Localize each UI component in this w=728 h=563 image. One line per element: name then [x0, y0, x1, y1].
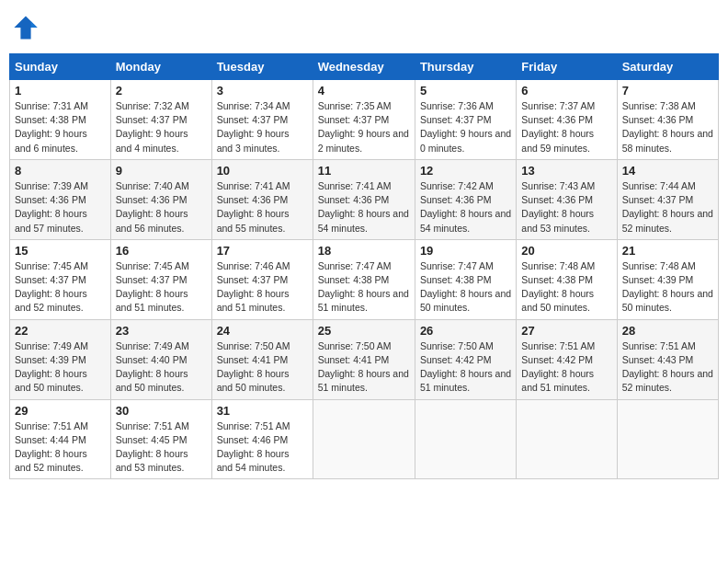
weekday-header-thursday: Thursday: [415, 54, 516, 80]
day-info: Sunrise: 7:51 AMSunset: 4:46 PMDaylight:…: [217, 419, 308, 476]
calendar-cell: 18Sunrise: 7:47 AMSunset: 4:38 PMDayligh…: [313, 239, 415, 319]
calendar-week-5: 29Sunrise: 7:51 AMSunset: 4:44 PMDayligh…: [10, 399, 719, 479]
day-info: Sunrise: 7:44 AMSunset: 4:37 PMDaylight:…: [622, 179, 713, 236]
day-info: Sunrise: 7:50 AMSunset: 4:42 PMDaylight:…: [420, 339, 511, 396]
day-info: Sunrise: 7:31 AMSunset: 4:38 PMDaylight:…: [15, 99, 106, 155]
day-info: Sunrise: 7:50 AMSunset: 4:41 PMDaylight:…: [318, 339, 410, 396]
day-info: Sunrise: 7:45 AMSunset: 4:37 PMDaylight:…: [116, 259, 207, 316]
day-number: 21: [622, 244, 713, 258]
day-info: Sunrise: 7:41 AMSunset: 4:36 PMDaylight:…: [318, 179, 410, 236]
day-info: Sunrise: 7:47 AMSunset: 4:38 PMDaylight:…: [420, 259, 511, 316]
day-info: Sunrise: 7:49 AMSunset: 4:40 PMDaylight:…: [116, 339, 207, 396]
calendar-cell: 25Sunrise: 7:50 AMSunset: 4:41 PMDayligh…: [313, 319, 415, 399]
weekday-header-wednesday: Wednesday: [313, 54, 415, 80]
day-info: Sunrise: 7:34 AMSunset: 4:37 PMDaylight:…: [217, 99, 308, 155]
day-number: 15: [15, 244, 106, 258]
calendar-cell: 14Sunrise: 7:44 AMSunset: 4:37 PMDayligh…: [617, 159, 718, 239]
day-info: Sunrise: 7:37 AMSunset: 4:36 PMDaylight:…: [521, 99, 611, 155]
day-number: 12: [420, 164, 511, 178]
page-header: [9, 9, 719, 46]
calendar-cell: 19Sunrise: 7:47 AMSunset: 4:38 PMDayligh…: [415, 239, 516, 319]
calendar-week-4: 22Sunrise: 7:49 AMSunset: 4:39 PMDayligh…: [10, 319, 719, 399]
day-number: 28: [622, 324, 713, 338]
day-info: Sunrise: 7:51 AMSunset: 4:43 PMDaylight:…: [622, 339, 713, 396]
calendar-cell: 12Sunrise: 7:42 AMSunset: 4:36 PMDayligh…: [415, 159, 516, 239]
day-number: 13: [521, 164, 611, 178]
calendar-cell: 1Sunrise: 7:31 AMSunset: 4:38 PMDaylight…: [10, 80, 111, 160]
calendar-cell: 11Sunrise: 7:41 AMSunset: 4:36 PMDayligh…: [313, 159, 415, 239]
day-info: Sunrise: 7:50 AMSunset: 4:41 PMDaylight:…: [217, 339, 308, 396]
day-info: Sunrise: 7:36 AMSunset: 4:37 PMDaylight:…: [420, 99, 511, 155]
day-number: 5: [420, 84, 511, 98]
day-info: Sunrise: 7:38 AMSunset: 4:36 PMDaylight:…: [622, 99, 713, 155]
day-number: 4: [318, 84, 410, 98]
calendar-cell: [313, 399, 415, 479]
calendar-table: SundayMondayTuesdayWednesdayThursdayFrid…: [9, 53, 719, 479]
day-number: 18: [318, 244, 410, 258]
calendar-cell: 8Sunrise: 7:39 AMSunset: 4:36 PMDaylight…: [10, 159, 111, 239]
day-info: Sunrise: 7:48 AMSunset: 4:39 PMDaylight:…: [622, 259, 713, 316]
calendar-cell: 16Sunrise: 7:45 AMSunset: 4:37 PMDayligh…: [110, 239, 211, 319]
day-info: Sunrise: 7:49 AMSunset: 4:39 PMDaylight:…: [15, 339, 106, 396]
day-number: 2: [116, 84, 207, 98]
calendar-cell: [617, 399, 718, 479]
weekday-header-tuesday: Tuesday: [211, 54, 313, 80]
calendar-week-2: 8Sunrise: 7:39 AMSunset: 4:36 PMDaylight…: [10, 159, 719, 239]
day-number: 19: [420, 244, 511, 258]
day-number: 7: [622, 84, 713, 98]
calendar-cell: 4Sunrise: 7:35 AMSunset: 4:37 PMDaylight…: [313, 80, 415, 160]
day-number: 23: [116, 324, 207, 338]
calendar-cell: 17Sunrise: 7:46 AMSunset: 4:37 PMDayligh…: [211, 239, 313, 319]
day-info: Sunrise: 7:51 AMSunset: 4:45 PMDaylight:…: [116, 419, 207, 476]
calendar-cell: 27Sunrise: 7:51 AMSunset: 4:42 PMDayligh…: [517, 319, 617, 399]
day-number: 3: [217, 84, 308, 98]
day-number: 29: [15, 404, 106, 418]
day-info: Sunrise: 7:40 AMSunset: 4:36 PMDaylight:…: [116, 179, 207, 236]
weekday-header-sunday: Sunday: [10, 54, 111, 80]
day-number: 11: [318, 164, 410, 178]
weekday-header-monday: Monday: [110, 54, 211, 80]
day-info: Sunrise: 7:43 AMSunset: 4:36 PMDaylight:…: [521, 179, 611, 236]
day-number: 25: [318, 324, 410, 338]
day-number: 16: [116, 244, 207, 258]
logo-icon: [13, 15, 39, 40]
calendar-cell: 9Sunrise: 7:40 AMSunset: 4:36 PMDaylight…: [110, 159, 211, 239]
day-info: Sunrise: 7:46 AMSunset: 4:37 PMDaylight:…: [217, 259, 308, 316]
weekday-header-friday: Friday: [517, 54, 617, 80]
day-number: 8: [15, 164, 106, 178]
calendar-cell: 2Sunrise: 7:32 AMSunset: 4:37 PMDaylight…: [110, 80, 211, 160]
logo: [13, 15, 42, 40]
calendar-cell: 31Sunrise: 7:51 AMSunset: 4:46 PMDayligh…: [211, 399, 313, 479]
day-number: 6: [521, 84, 611, 98]
calendar-cell: 23Sunrise: 7:49 AMSunset: 4:40 PMDayligh…: [110, 319, 211, 399]
day-info: Sunrise: 7:51 AMSunset: 4:44 PMDaylight:…: [15, 419, 106, 476]
day-number: 24: [217, 324, 308, 338]
calendar-cell: [517, 399, 617, 479]
day-number: 10: [217, 164, 308, 178]
day-info: Sunrise: 7:47 AMSunset: 4:38 PMDaylight:…: [318, 259, 410, 316]
calendar-cell: 22Sunrise: 7:49 AMSunset: 4:39 PMDayligh…: [10, 319, 111, 399]
day-number: 31: [217, 404, 308, 418]
day-info: Sunrise: 7:35 AMSunset: 4:37 PMDaylight:…: [318, 99, 410, 155]
calendar-cell: [415, 399, 516, 479]
day-info: Sunrise: 7:42 AMSunset: 4:36 PMDaylight:…: [420, 179, 511, 236]
day-info: Sunrise: 7:51 AMSunset: 4:42 PMDaylight:…: [521, 339, 611, 396]
day-number: 27: [521, 324, 611, 338]
calendar-cell: 7Sunrise: 7:38 AMSunset: 4:36 PMDaylight…: [617, 80, 718, 160]
day-number: 14: [622, 164, 713, 178]
calendar-cell: 5Sunrise: 7:36 AMSunset: 4:37 PMDaylight…: [415, 80, 516, 160]
day-number: 1: [15, 84, 106, 98]
day-info: Sunrise: 7:48 AMSunset: 4:38 PMDaylight:…: [521, 259, 611, 316]
calendar-week-3: 15Sunrise: 7:45 AMSunset: 4:37 PMDayligh…: [10, 239, 719, 319]
calendar-cell: 3Sunrise: 7:34 AMSunset: 4:37 PMDaylight…: [211, 80, 313, 160]
day-number: 20: [521, 244, 611, 258]
calendar-cell: 26Sunrise: 7:50 AMSunset: 4:42 PMDayligh…: [415, 319, 516, 399]
day-number: 9: [116, 164, 207, 178]
day-info: Sunrise: 7:39 AMSunset: 4:36 PMDaylight:…: [15, 179, 106, 236]
day-number: 30: [116, 404, 207, 418]
calendar-cell: 21Sunrise: 7:48 AMSunset: 4:39 PMDayligh…: [617, 239, 718, 319]
calendar-cell: 15Sunrise: 7:45 AMSunset: 4:37 PMDayligh…: [10, 239, 111, 319]
calendar-cell: 13Sunrise: 7:43 AMSunset: 4:36 PMDayligh…: [517, 159, 617, 239]
calendar-cell: 10Sunrise: 7:41 AMSunset: 4:36 PMDayligh…: [211, 159, 313, 239]
calendar-cell: 20Sunrise: 7:48 AMSunset: 4:38 PMDayligh…: [517, 239, 617, 319]
